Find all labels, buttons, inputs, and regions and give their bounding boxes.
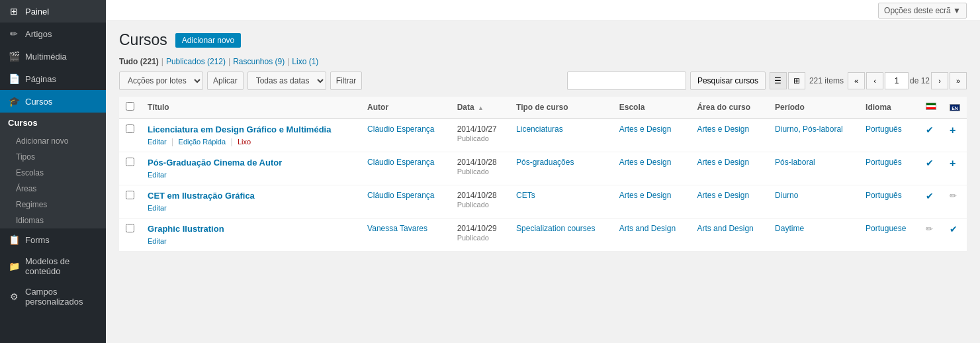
idioma-link[interactable]: Português xyxy=(866,191,902,200)
row-titulo: CET em Ilustração Gráfica Editar xyxy=(141,185,361,219)
list-view-button[interactable]: ☰ xyxy=(770,72,787,89)
row-checkbox[interactable] xyxy=(126,224,134,232)
row-tipo: Specialization courses xyxy=(510,219,613,252)
author-link[interactable]: Cláudio Esperança xyxy=(367,158,434,167)
sidebar-submenu-cursos: Cursos Adicionar novo Tipos Escolas Área… xyxy=(0,113,106,228)
submenu-tipos[interactable]: Tipos xyxy=(0,149,106,165)
submenu-escolas[interactable]: Escolas xyxy=(0,165,106,181)
row-checkbox[interactable] xyxy=(126,191,134,199)
row-periodo: Pós-laboral xyxy=(768,152,859,185)
area-link[interactable]: Artes e Design xyxy=(697,191,749,200)
filter-tudo[interactable]: Tudo (221) xyxy=(119,57,159,66)
sidebar-item-artigos[interactable]: ✏ Artigos xyxy=(0,23,106,45)
select-all-checkbox[interactable] xyxy=(126,102,134,111)
row-title-link[interactable]: CET em Ilustração Gráfica xyxy=(148,191,255,201)
page-number-input[interactable] xyxy=(885,72,909,89)
periodo-link[interactable]: Diurno xyxy=(775,191,798,200)
en-plus-icon[interactable]: + xyxy=(950,124,956,136)
row-actions: Editar xyxy=(148,236,354,246)
sidebar: ⊞ Painel ✏ Artigos 🎬 Multimédia 📄 Página… xyxy=(0,0,106,343)
row-pt-flag: ✔ xyxy=(919,185,943,219)
row-autor: Cláudio Esperança xyxy=(361,119,451,152)
idioma-link[interactable]: Português xyxy=(866,158,902,167)
dates-select[interactable]: Todas as datas xyxy=(247,72,326,90)
submenu-regimes[interactable]: Regimes xyxy=(0,197,106,213)
filter-lixo[interactable]: Lixo (1) xyxy=(292,57,318,66)
periodo-link[interactable]: Daytime xyxy=(775,224,804,233)
tipo-link[interactable]: Specialization courses xyxy=(516,224,595,233)
filter-button[interactable]: Filtrar xyxy=(330,72,363,90)
row-title-link[interactable]: Licenciatura em Design Gráfico e Multimé… xyxy=(148,124,331,134)
screen-options-button[interactable]: Opções deste ecrã ▼ xyxy=(878,3,967,19)
row-title-link[interactable]: Pós-Graduação Cinema de Autor xyxy=(148,158,282,168)
sidebar-label-multimidia: Multimédia xyxy=(25,52,67,62)
row-checkbox[interactable] xyxy=(126,124,134,133)
row-idioma: Português xyxy=(859,185,919,219)
periodo-link[interactable]: Diurno, Pós-laboral xyxy=(775,124,843,134)
forms-icon: 📋 xyxy=(8,234,20,246)
row-en-flag: ✔ xyxy=(943,219,967,252)
row-checkbox[interactable] xyxy=(126,158,134,166)
th-data[interactable]: Data ▲ xyxy=(451,97,510,119)
escola-link[interactable]: Artes e Design xyxy=(619,124,672,134)
filter-publicados[interactable]: Publicados (212) xyxy=(166,57,226,66)
pt-flag-header xyxy=(926,103,936,110)
filter-rascunhos[interactable]: Rascunhos (9) xyxy=(233,57,285,66)
row-date: 2014/10/27 xyxy=(457,124,497,134)
submenu-areas[interactable]: Áreas xyxy=(0,181,106,197)
escola-link[interactable]: Artes e Design xyxy=(619,191,672,200)
action-edit[interactable]: Editar xyxy=(148,138,167,146)
pt-edit-icon[interactable]: ✏ xyxy=(926,224,933,234)
sidebar-item-cursos[interactable]: 🎓 Cursos xyxy=(0,90,106,113)
row-pt-flag: ✔ xyxy=(919,152,943,185)
search-input[interactable] xyxy=(567,72,686,90)
first-page-button[interactable]: « xyxy=(848,72,865,89)
last-page-button[interactable]: » xyxy=(950,72,967,89)
idioma-link[interactable]: Portuguese xyxy=(866,224,906,233)
idioma-link[interactable]: Português xyxy=(866,124,902,134)
add-new-button[interactable]: Adicionar novo xyxy=(175,33,241,48)
search-button[interactable]: Pesquisar cursos xyxy=(690,72,766,90)
th-pt xyxy=(919,97,943,119)
action-trash[interactable]: Lixo xyxy=(238,138,251,146)
en-plus-icon[interactable]: + xyxy=(950,158,956,169)
apply-button[interactable]: Aplicar xyxy=(207,72,244,90)
author-link[interactable]: Cláudio Esperança xyxy=(367,124,434,134)
area-link[interactable]: Artes e Design xyxy=(697,124,749,134)
sidebar-item-paginas[interactable]: 📄 Páginas xyxy=(0,68,106,90)
sidebar-item-forms[interactable]: 📋 Forms xyxy=(0,228,106,251)
en-check-icon: ✔ xyxy=(950,224,958,234)
escola-link[interactable]: Arts and Design xyxy=(619,224,676,233)
tipo-link[interactable]: Pós-graduações xyxy=(516,158,574,167)
periodo-link[interactable]: Pós-laboral xyxy=(775,158,815,167)
action-edit[interactable]: Editar xyxy=(148,204,167,212)
action-edit[interactable]: Editar xyxy=(148,237,167,245)
sidebar-item-painel[interactable]: ⊞ Painel xyxy=(0,0,106,23)
sidebar-item-multimidia[interactable]: 🎬 Multimédia xyxy=(0,45,106,68)
bulk-actions-select[interactable]: Acções por lotes xyxy=(119,72,203,90)
en-edit-icon[interactable]: ✏ xyxy=(950,191,957,201)
prev-page-button[interactable]: ‹ xyxy=(866,72,883,89)
escola-link[interactable]: Artes e Design xyxy=(619,158,672,167)
area-link[interactable]: Artes e Design xyxy=(697,158,749,167)
action-edit[interactable]: Editar xyxy=(148,171,167,179)
sidebar-item-campos[interactable]: ⚙ Campos personalizados xyxy=(0,281,106,312)
next-page-button[interactable]: › xyxy=(931,72,948,89)
grid-view-button[interactable]: ⊞ xyxy=(788,72,805,89)
row-date: 2014/10/28 xyxy=(457,191,497,200)
author-link[interactable]: Vanessa Tavares xyxy=(367,224,427,233)
filter-bar: Tudo (221) | Publicados (212) | Rascunho… xyxy=(119,57,967,66)
tipo-link[interactable]: Licenciaturas xyxy=(516,124,563,134)
author-link[interactable]: Cláudio Esperança xyxy=(367,191,434,200)
submenu-idiomas[interactable]: Idiomas xyxy=(0,213,106,228)
submenu-adicionar-novo[interactable]: Adicionar novo xyxy=(0,133,106,149)
tipo-link[interactable]: CETs xyxy=(516,191,535,200)
row-data: 2014/10/29 Publicado xyxy=(451,219,510,252)
page-header: Cursos Adicionar novo xyxy=(119,31,967,49)
th-area: Área do curso xyxy=(690,97,768,119)
action-quick-edit[interactable]: Edição Rápida xyxy=(179,138,226,146)
row-title-link[interactable]: Graphic Ilustration xyxy=(148,224,224,234)
sidebar-item-modelos[interactable]: 📁 Modelos de conteúdo xyxy=(0,251,106,281)
area-link[interactable]: Arts and Design xyxy=(697,224,753,233)
row-escola: Artes e Design xyxy=(613,185,691,219)
